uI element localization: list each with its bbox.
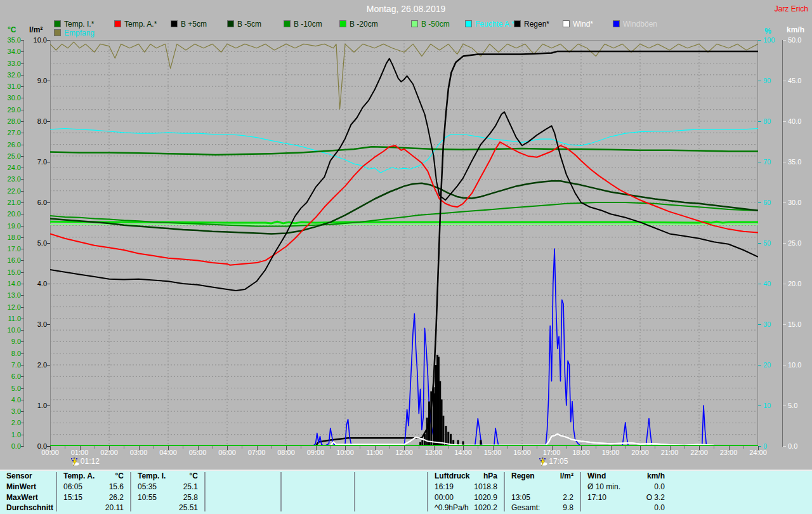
rain-axis-tick-label: 3.0 <box>27 320 47 328</box>
x-axis-tick <box>227 446 228 450</box>
legend-item: Feuchte A.* <box>465 20 514 28</box>
legend-swatch <box>114 20 121 27</box>
table-cell-value: O 3.2 <box>628 493 665 502</box>
storm-icon <box>70 457 79 466</box>
humidity-axis-tick <box>758 243 761 244</box>
temp-axis-tick-label: 14.0 <box>1 280 21 287</box>
legend-item: Temp. I.* <box>54 20 94 28</box>
table-col-unit: °C <box>166 471 198 480</box>
rain-axis-tick <box>47 81 50 81</box>
wind-axis-tick-label: 40.0 <box>788 117 808 125</box>
rain-axis-tick <box>47 243 50 244</box>
x-axis-tick <box>522 446 523 450</box>
rain-axis-tick-label: 10.0 <box>27 36 47 44</box>
legend-label: B -5cm <box>237 20 261 29</box>
temp-axis-tick-label: 31.0 <box>1 82 21 90</box>
temp-axis-tick-label: 12.0 <box>1 303 21 311</box>
temp-axis-tick <box>21 40 23 41</box>
rain-axis-tick <box>47 405 50 406</box>
rain-axis-tick <box>47 324 50 325</box>
rain-axis-tick-label: 9.0 <box>27 77 47 84</box>
x-axis-tick <box>50 446 51 450</box>
legend-swatch <box>613 20 620 27</box>
table-cell-time: 15:15 <box>63 493 82 502</box>
temp-axis-tick-label: 24.0 <box>1 164 21 171</box>
legend-swatch <box>54 20 61 27</box>
humidity-axis-unit: % <box>764 27 771 36</box>
rain-axis-tick-label: 8.0 <box>27 117 47 125</box>
rain-axis-tick-label: 1.0 <box>27 402 47 409</box>
legend-swatch <box>563 20 570 27</box>
temp-axis-tick <box>21 110 23 110</box>
table-cell-time: Gesamt: <box>511 503 540 512</box>
wind-axis-tick <box>783 446 786 447</box>
table-col-header: Temp. A. <box>63 471 95 480</box>
wind-axis-unit: km/h <box>787 25 804 34</box>
event-marker: 17:05 <box>539 457 568 466</box>
temp-axis-tick-label: 8.0 <box>1 350 21 357</box>
x-axis-tick <box>611 446 612 450</box>
temp-axis-tick <box>21 214 23 214</box>
humidity-axis-tick-label: 60 <box>763 199 780 206</box>
wind-axis-tick <box>783 202 786 203</box>
author-label: Jarz Erich <box>775 4 808 13</box>
temp-axis-tick-label: 27.0 <box>1 129 21 136</box>
wind-axis-tick-label: 5.0 <box>788 402 808 409</box>
table-col-unit: °C <box>92 471 124 480</box>
humidity-axis-tick-label: 10 <box>763 402 780 409</box>
table-cell-time: 00:00 <box>435 493 454 502</box>
legend-swatch <box>339 20 346 27</box>
humidity-axis-tick <box>758 365 761 366</box>
temp-axis-tick <box>21 260 23 261</box>
temp-axis-tick <box>21 319 23 319</box>
legend-swatch <box>171 20 178 27</box>
table-row-label: Sensor <box>6 471 32 480</box>
legend-label: Windböen <box>623 20 657 29</box>
table-col-unit: l/m² <box>542 471 573 480</box>
temp-axis-tick <box>21 156 23 157</box>
temp-axis-tick <box>21 168 23 168</box>
legend-swatch <box>411 20 418 27</box>
temp-axis-tick-label: 21.0 <box>1 199 21 206</box>
wind-axis-tick-label: 0.0 <box>788 442 808 450</box>
temp-axis-tick-label: 5.0 <box>1 385 21 392</box>
rain-axis-tick <box>47 162 50 162</box>
temp-axis-tick-label: 18.0 <box>1 234 21 241</box>
legend-swatch <box>465 20 472 27</box>
temp-axis-tick <box>21 179 23 180</box>
rain-axis-tick-label: 4.0 <box>27 280 47 287</box>
temp-axis-tick-label: 26.0 <box>1 141 21 148</box>
humidity-axis-tick-label: 50 <box>763 239 780 247</box>
temp-axis-tick-label: 20.0 <box>1 210 21 218</box>
temp-axis-tick <box>21 226 23 227</box>
table-divider <box>280 472 282 511</box>
temp-axis-tick-label: 33.0 <box>1 60 21 67</box>
temp-axis-tick <box>21 145 23 145</box>
temp-axis-tick-label: 29.0 <box>1 106 21 114</box>
temp-axis-tick <box>21 63 23 64</box>
legend-label: B -20cm <box>350 20 378 29</box>
table-col-unit: km/h <box>633 471 665 480</box>
x-axis-tick <box>463 446 464 450</box>
table-cell-value: 25.8 <box>161 493 198 502</box>
temp-axis-tick <box>21 295 23 296</box>
legend-swatch <box>514 20 521 27</box>
table-cell-value: 25.1 <box>161 482 198 491</box>
temp-axis-tick <box>21 284 23 284</box>
table-cell-time: 05:35 <box>138 482 157 491</box>
table-col-header: Temp. I. <box>138 471 166 480</box>
rain-axis-tick-label: 7.0 <box>27 158 47 166</box>
temp-axis-tick-label: 1.0 <box>1 431 21 438</box>
rain-axis-tick <box>47 121 50 122</box>
temp-axis-tick-label: 13.0 <box>1 291 21 299</box>
legend-swatch <box>54 29 61 36</box>
wind-axis-tick-label: 10.0 <box>788 361 808 369</box>
temp-axis-tick <box>21 423 23 423</box>
table-cell-time: 06:05 <box>63 482 82 491</box>
table-cell-time: 17:10 <box>587 493 606 502</box>
x-axis-tick <box>670 446 671 450</box>
legend-label: Temp. A.* <box>124 20 157 29</box>
temp-axis-tick <box>21 191 23 192</box>
wind-axis-tick <box>783 81 786 81</box>
temp-axis-tick-label: 6.0 <box>1 372 21 380</box>
